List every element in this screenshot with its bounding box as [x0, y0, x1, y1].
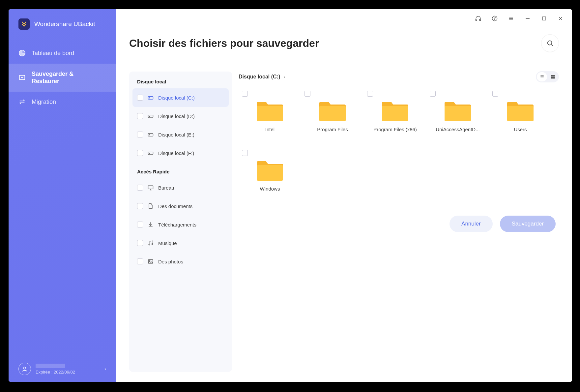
account-expiry: Expirée : 2022/09/02 — [36, 370, 100, 375]
folder-label: Program Files — [317, 127, 348, 132]
footer: Annuler Sauvegarder — [239, 208, 559, 240]
folder-item[interactable]: Windows — [239, 149, 301, 208]
folder-item[interactable]: Program Files — [301, 89, 364, 149]
quick-item-music[interactable]: Musique — [132, 234, 229, 252]
account-name-redacted — [36, 364, 65, 368]
svg-rect-25 — [257, 106, 283, 121]
checkbox[interactable] — [367, 91, 373, 97]
svg-point-5 — [494, 20, 495, 20]
folder-icon — [319, 100, 346, 121]
sidebar-item-migration[interactable]: Migration — [9, 92, 116, 112]
checkbox[interactable] — [137, 185, 143, 191]
app-window: Wondershare UBackit Tableau de bord Sauv… — [9, 9, 572, 382]
svg-point-18 — [152, 244, 153, 245]
window-maximize[interactable] — [540, 15, 548, 22]
checkbox[interactable] — [137, 113, 143, 119]
menu-icon[interactable] — [508, 15, 515, 22]
sidebar-item-dashboard[interactable]: Tableau de bord — [9, 43, 116, 64]
drive-icon — [147, 94, 154, 101]
image-icon — [147, 258, 154, 265]
swap-icon — [18, 98, 26, 106]
sidebar-nav: Tableau de bord Sauvegarder & Restaurer … — [9, 43, 116, 112]
svg-rect-2 — [476, 19, 477, 21]
svg-rect-24 — [553, 77, 554, 78]
panel-group-title-disks: Disque local — [132, 79, 229, 88]
view-list-button[interactable] — [537, 72, 547, 81]
brand: Wondershare UBackit — [9, 9, 116, 43]
app-title: Wondershare UBackit — [34, 20, 95, 28]
checkbox[interactable] — [137, 258, 143, 264]
svg-point-15 — [149, 153, 150, 154]
quick-list: Bureau Des documents Téléchargements — [132, 178, 229, 271]
svg-rect-16 — [148, 186, 153, 189]
svg-rect-10 — [148, 115, 153, 118]
quick-item-desktop[interactable]: Bureau — [132, 178, 229, 197]
folder-label: Intel — [265, 127, 275, 132]
crumb-row: Disque local (C:) › — [239, 72, 559, 82]
search-button[interactable] — [541, 34, 559, 52]
cancel-button[interactable]: Annuler — [450, 216, 493, 232]
content: Choisir des fichiers pour sauvegarder Di… — [116, 28, 572, 382]
folder-label: UniAccessAgentD... — [436, 127, 479, 132]
disk-label: Disque local (E:) — [158, 132, 194, 137]
body: Disque local Disque local (C:) Disque lo… — [129, 62, 559, 372]
checkbox[interactable] — [304, 91, 310, 97]
folder-item[interactable]: UniAccessAgentD... — [426, 89, 489, 149]
breadcrumb-label: Disque local (C:) — [239, 74, 280, 80]
disk-label: Disque local (D:) — [158, 113, 195, 119]
save-button[interactable]: Sauvegarder — [500, 216, 556, 232]
svg-rect-26 — [319, 106, 346, 121]
account-area[interactable]: Expirée : 2022/09/02 › — [9, 356, 116, 382]
folder-item[interactable]: Users — [489, 89, 552, 149]
checkbox[interactable] — [137, 203, 143, 209]
view-grid-button[interactable] — [548, 72, 558, 81]
checkbox[interactable] — [430, 91, 436, 97]
quick-item-downloads[interactable]: Téléchargements — [132, 215, 229, 234]
account-meta: Expirée : 2022/09/02 — [36, 364, 100, 375]
disk-item-c[interactable]: Disque local (C:) — [132, 88, 229, 107]
svg-rect-0 — [19, 75, 25, 80]
topbar — [116, 9, 572, 28]
disk-label: Disque local (F:) — [158, 150, 194, 156]
help-icon[interactable] — [491, 15, 498, 22]
checkbox[interactable] — [242, 150, 248, 156]
checkbox[interactable] — [137, 240, 143, 246]
checkbox[interactable] — [137, 132, 143, 137]
backup-icon — [18, 74, 26, 81]
app-logo-icon — [18, 18, 30, 30]
breadcrumb[interactable]: Disque local (C:) › — [239, 74, 285, 80]
sidebar-item-backup-restore[interactable]: Sauvegarder & Restaurer — [9, 64, 116, 92]
headset-icon[interactable] — [475, 15, 482, 22]
folder-item[interactable]: Intel — [239, 89, 301, 149]
checkbox[interactable] — [242, 91, 248, 97]
svg-point-11 — [149, 116, 150, 117]
disk-item-e[interactable]: Disque local (E:) — [132, 125, 229, 144]
svg-rect-22 — [553, 75, 554, 76]
folder-icon — [257, 159, 283, 181]
document-icon — [147, 202, 154, 210]
checkbox[interactable] — [137, 222, 143, 227]
panel-group-title-quick: Accès Rapide — [132, 162, 229, 178]
main: Choisir des fichiers pour sauvegarder Di… — [116, 9, 572, 382]
folder-icon — [507, 100, 534, 121]
window-minimize[interactable] — [524, 15, 531, 22]
music-icon — [147, 239, 154, 247]
view-toggle — [536, 71, 559, 82]
window-close[interactable] — [557, 15, 564, 22]
folder-icon — [382, 100, 408, 121]
quick-label: Des photos — [158, 259, 183, 264]
svg-rect-19 — [148, 259, 153, 263]
checkbox[interactable] — [137, 150, 143, 156]
quick-item-photos[interactable]: Des photos — [132, 252, 229, 271]
quick-item-documents[interactable]: Des documents — [132, 197, 229, 215]
disk-label: Disque local (C:) — [158, 95, 195, 101]
checkbox[interactable] — [137, 95, 143, 101]
disk-item-f[interactable]: Disque local (F:) — [132, 144, 229, 162]
folder-item[interactable]: Program Files (x86) — [364, 89, 426, 149]
svg-rect-12 — [148, 134, 153, 136]
svg-point-9 — [149, 98, 150, 98]
svg-rect-8 — [148, 97, 153, 99]
disk-item-d[interactable]: Disque local (D:) — [132, 107, 229, 125]
checkbox[interactable] — [492, 91, 498, 97]
disk-list: Disque local (C:) Disque local (D:) Disq… — [132, 88, 229, 162]
